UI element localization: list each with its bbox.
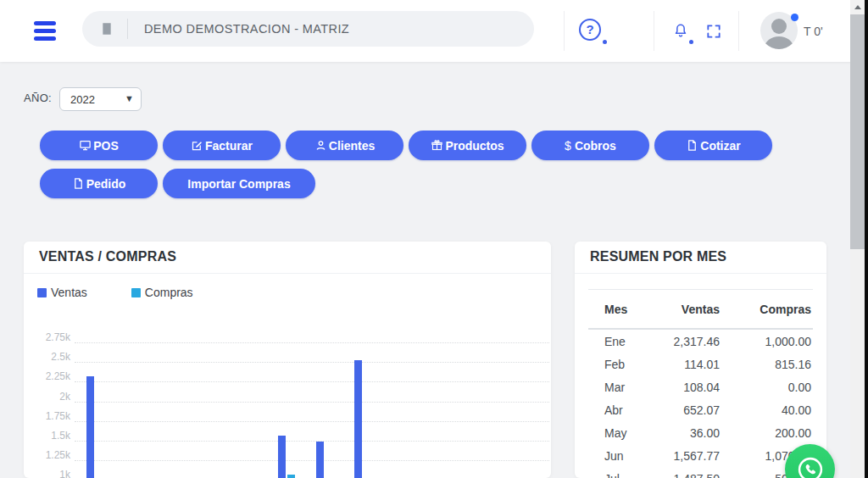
table-cell: 40.00 [720,403,813,417]
action-buttons-row-1: POSFacturarClientesProductos$CobrosCotiz… [40,131,772,160]
summary-table-body: Ene2,317.461,000.00Feb114.01815.16Mar108… [588,330,813,478]
gridline [75,381,549,382]
table-cell: Jul [588,472,639,478]
action-button-productos[interactable]: Productos [409,131,526,160]
scrollbar-up-arrow[interactable] [850,0,865,14]
column-header-mes: Mes [588,303,639,316]
screen-edge [865,0,868,478]
table-cell: 36.00 [639,426,720,440]
table-cell: 1,487.50 [639,472,720,478]
action-button-pos[interactable]: POS [40,131,158,160]
action-button-cotizar[interactable]: Cotizar [654,131,772,160]
gridline [75,460,549,461]
gift-icon [431,139,443,152]
gridline [75,402,549,403]
file-icon [686,139,698,152]
column-header-compras: Compras [720,303,813,316]
action-button-label: Cobros [575,139,616,153]
ventas-compras-panel: VENTAS / COMPRAS VentasCompras 2.75k2.5k… [24,242,551,478]
action-button-label: Pedido [86,177,126,191]
table-cell: Jun [588,449,639,463]
gridline [75,441,549,442]
y-axis-tick-label: 1.25k [24,449,70,461]
year-select[interactable]: 2022 [59,87,142,111]
bar-ventas-ago [354,360,362,478]
table-cell: 0.00 [720,381,813,394]
file-icon [72,177,85,190]
action-button-facturar[interactable]: Facturar [163,131,281,160]
y-axis-tick-label: 1.5k [24,430,70,442]
table-cell: Ene [588,335,639,348]
y-axis-tick-label: 2.5k [24,351,70,363]
column-header-ventas: Ventas [639,303,720,316]
user-label: T 0' [804,25,823,38]
table-cell: 2,317.46 [639,335,720,348]
y-axis-tick-label: 2.25k [24,370,70,382]
panel-title: RESUMEN POR MES [590,249,726,264]
y-axis-tick-label: 1.75k [24,410,70,422]
table-row: Abr652.0740.00 [588,398,813,421]
y-axis-tick-label: 2k [24,391,70,403]
table-cell: 200.00 [720,426,813,440]
action-button-label: Facturar [205,139,253,153]
main-content: DEMO DEMOSTRACION - MATRIZ ? T 0' AÑO: [0,0,865,478]
divider [654,11,654,51]
table-cell: Abr [588,403,639,417]
help-circle-icon[interactable]: ? [579,19,601,41]
y-axis-tick-label: 1k [24,469,70,478]
year-label: AÑO: [24,92,52,104]
table-cell: May [588,426,639,440]
bell-badge-dot [689,40,693,44]
table-cell: 1,567.77 [639,449,720,463]
dashboard-screen: DEMO DEMOSTRACION - MATRIZ ? T 0' AÑO: [0,0,868,478]
bar-ventas-jun [278,436,286,478]
action-buttons-row-2: PedidoImportar Compras [40,169,315,198]
action-button-cobros[interactable]: $Cobros [531,131,649,160]
bar-ventas-ene [86,376,94,478]
dollar-icon: $ [565,139,571,153]
gridline [75,342,549,343]
table-cell: Feb [588,358,639,371]
bell-icon[interactable] [672,22,689,39]
action-button-label: Cotizar [700,139,740,153]
summary-table-header: Mes Ventas Compras [588,290,813,330]
top-header: DEMO DEMOSTRACION - MATRIZ ? T 0' [0,0,865,62]
summary-table: Mes Ventas Compras Ene2,317.461,000.00Fe… [588,289,813,478]
table-cell: 815.16 [720,358,813,371]
divider [127,19,128,39]
y-axis-tick-label: 2.75k [24,331,70,343]
menu-icon[interactable] [34,21,56,41]
online-status-dot [791,14,798,21]
table-row: Ene2,317.461,000.00 [588,330,813,353]
gridline [75,421,549,422]
table-cell: 114.01 [639,358,720,371]
help-badge-dot [603,40,607,44]
company-selector[interactable]: DEMO DEMOSTRACION - MATRIZ [82,11,534,47]
action-button-label: Productos [445,139,504,153]
bar-chart: 2.75k2.5k2.25k2k1.75k1.5k1.25k1k [24,242,551,478]
scrollbar-thumb[interactable] [850,14,865,249]
table-cell: 652.07 [639,403,720,417]
action-button-importar-compras[interactable]: Importar Compras [163,169,315,198]
divider [564,11,565,51]
action-button-clientes[interactable]: Clientes [286,131,403,160]
divider [575,273,826,274]
company-name: DEMO DEMOSTRACION - MATRIZ [144,22,349,36]
table-cell: 108.04 [639,381,720,394]
bar-ventas-jul [316,442,324,478]
action-button-pedido[interactable]: Pedido [40,169,158,198]
divider [738,11,739,51]
table-row: Feb114.01815.16 [588,353,813,375]
table-row: May36.00200.00 [588,421,813,444]
bar-compras-jun [287,475,295,478]
action-button-label: Importar Compras [187,177,290,191]
gridline [75,362,549,363]
resumen-panel: RESUMEN POR MES Mes Ventas Compras Ene2,… [575,242,826,478]
fullscreen-expand-icon[interactable] [705,23,722,40]
person-icon [314,139,327,152]
table-row: Mar108.040.00 [588,375,813,398]
year-select-wrap: 2022 ▼ [59,87,142,111]
action-button-label: POS [93,139,119,153]
edit-document-icon [191,139,203,152]
table-cell: 1,000.00 [720,335,813,348]
